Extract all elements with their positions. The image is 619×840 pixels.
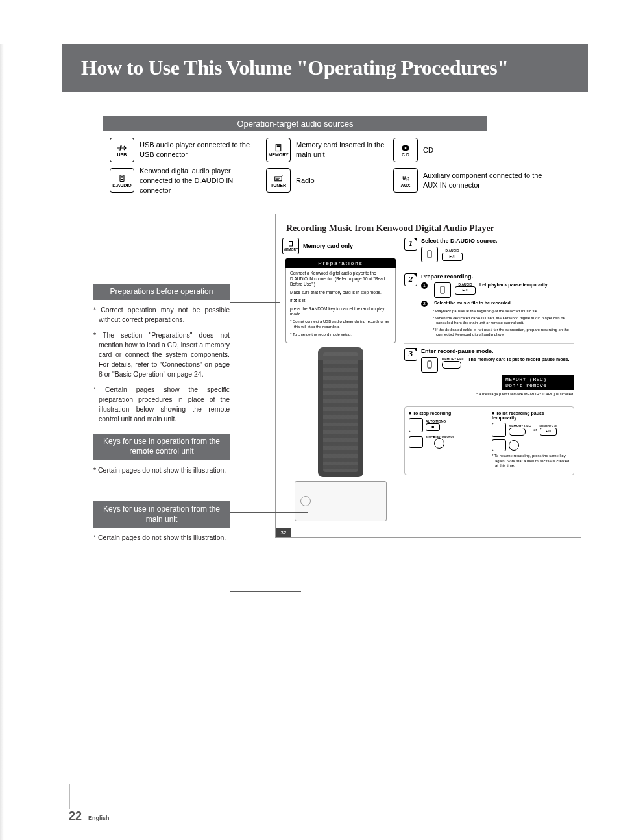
left-callouts: Preparations before operation * Correct … — [93, 214, 262, 552]
leader-line — [230, 591, 301, 592]
step-content: Select the D.AUDIO source. D.AUDIO ►/II — [421, 238, 574, 265]
svg-rect-10 — [441, 286, 444, 293]
svg-rect-7 — [275, 177, 282, 181]
display-line: MEMORY (REC) — [505, 377, 570, 382]
memory-icon: MEMORY — [266, 138, 291, 162]
svg-point-6 — [121, 179, 123, 180]
step-notes: * A message [Don't remove MEMORY CARD] i… — [421, 392, 574, 397]
content-area: Operation-target audio sources USB USB a… — [93, 116, 588, 552]
cd-icon: C D — [393, 138, 418, 162]
daudio-icon — [434, 282, 451, 298]
step-notes: * Playback pauses at the beginning of th… — [421, 309, 574, 338]
page-title: How to Use This Volume "Operating Proced… — [62, 44, 588, 92]
callout-main-title: Keys for use in operation from the main … — [93, 501, 230, 528]
stop-icons: MEMORY REC or MEMORY ►/II ►/II — [492, 423, 570, 437]
remote-illustration — [318, 347, 363, 477]
prep-body: Connect a Kenwood digital audio player t… — [285, 268, 396, 343]
source-usb: USB USB audio player connected to the US… — [110, 138, 262, 162]
icon-label: AUX — [401, 183, 411, 188]
svg-rect-5 — [121, 176, 123, 177]
step-title: Enter record-pause mode. — [421, 348, 574, 354]
daudio-icon — [421, 357, 438, 373]
source-memory: MEMORY Memory card inserted in the main … — [266, 138, 389, 162]
source-cd: C D CD — [393, 138, 555, 162]
play-pause-icon: ►/II — [540, 428, 557, 436]
button-label: AUTO/MONO — [426, 419, 446, 423]
source-text: CD — [423, 145, 433, 155]
memory-icon: MEMORY — [282, 238, 299, 254]
source-text: USB audio player connected to the USB co… — [140, 140, 262, 160]
sources-grid: USB USB audio player connected to the US… — [110, 138, 588, 195]
substep-number: 2 — [421, 301, 428, 307]
sources-header: Operation-target audio sources — [103, 116, 487, 131]
daudio-icon — [421, 247, 438, 262]
button-hint: MEMORY REC — [509, 424, 531, 436]
prep-line: Make sure that the memory card is in sto… — [290, 290, 391, 295]
button-hint: AUTO/MONO ■ — [426, 419, 446, 431]
rec-button-icon — [509, 428, 526, 436]
right-sample: Recording Music from Kenwood Digital Aud… — [262, 214, 588, 538]
step-content: Prepare recording. 1 D.AUDIO ►/II — [421, 273, 574, 340]
round-button-icon — [509, 440, 519, 451]
stop-icons — [492, 439, 570, 451]
device-icon — [409, 418, 423, 432]
note: * A message [Don't remove MEMORY CARD] i… — [421, 392, 574, 397]
button-label: MEMORY REC — [509, 424, 531, 428]
display-line: Don't remove — [505, 382, 570, 388]
device-icon — [409, 436, 423, 448]
daudio-icon: D.AUDIO — [110, 168, 134, 193]
rec-button-icon — [442, 361, 461, 369]
callout-line: * Correct operation may not be possible … — [93, 305, 230, 325]
note: * Playback pauses at the beginning of th… — [433, 309, 574, 314]
source-tuner: TUNER Radio — [266, 166, 389, 195]
device-icon — [492, 423, 506, 437]
main-unit-illustration — [295, 481, 387, 521]
prep-note: * To change the record mode setup, — [290, 332, 391, 338]
stop-notes: * To resume recording, press the same ke… — [492, 454, 570, 469]
callout-main-text: * Certain pages do not show this illustr… — [93, 533, 230, 543]
button-hint: MEMORY REC — [442, 357, 464, 369]
stop-title: To stop recording — [409, 411, 487, 415]
footer-divider — [69, 784, 70, 809]
prep-header: Preparations — [285, 258, 396, 268]
language-label: English — [88, 815, 110, 821]
step-content: Enter record-pause mode. MEMORY REC The … — [421, 348, 574, 399]
substep-text: The memory card is put to record-pause m… — [468, 357, 574, 363]
sample-body: MEMORY Memory card only Preparations Con… — [276, 238, 581, 527]
memory-only-label: Memory card only — [303, 243, 353, 249]
source-text: Memory card inserted in the main unit — [296, 140, 389, 160]
footer: 22 English — [69, 809, 110, 823]
icon-label: USB — [117, 153, 127, 157]
button-label: MEMORY ►/II — [540, 425, 557, 428]
main-row: Preparations before operation * Correct … — [93, 214, 588, 552]
sample-left-col: MEMORY Memory card only Preparations Con… — [282, 238, 399, 521]
sample-page-number: 32 — [276, 528, 291, 537]
svg-rect-4 — [120, 175, 124, 182]
or-label: or — [533, 428, 537, 432]
stop-col-pause: To let recording pause temporarily MEMOR… — [492, 411, 570, 471]
sample-right-col: 1 Select the D.AUDIO source. D.AUDIO ►/I… — [404, 238, 574, 521]
leader-line — [230, 302, 280, 303]
source-text: Auxiliary component connected to the AUX… — [423, 171, 555, 190]
note: * To resume recording, press the same ke… — [492, 454, 570, 469]
prep-line: If ⤨ is lit, — [290, 298, 391, 303]
button-hint: MEMORY ►/II ►/II — [540, 425, 557, 436]
stop-icon: ■ — [426, 423, 440, 431]
callout-remote-text: * Certain pages do not show this illustr… — [93, 465, 230, 475]
callout-remote-title: Keys for use in operation from the remot… — [93, 434, 230, 460]
play-pause-icon: ►/II — [442, 253, 463, 261]
button-label: D.AUDIO — [442, 249, 463, 253]
svg-rect-9 — [428, 251, 431, 258]
round-button-icon — [434, 438, 444, 449]
source-aux: AUX Auxiliary component connected to the… — [393, 166, 555, 195]
svg-rect-0 — [276, 144, 281, 151]
stop-col-stop: To stop recording AUTO/MONO ■ — [409, 411, 487, 471]
svg-point-3 — [405, 147, 407, 148]
stop-icons: STOP ■ [AUTO/MONO] — [409, 435, 487, 449]
substep-number: 1 — [421, 282, 428, 289]
button-hint: STOP ■ [AUTO/MONO] — [426, 435, 454, 449]
substep-2: 2 Select the music file to be recorded. — [421, 301, 574, 307]
step-number-2: 2 — [404, 273, 417, 286]
leader-line — [230, 512, 308, 513]
page-edge — [0, 44, 4, 840]
